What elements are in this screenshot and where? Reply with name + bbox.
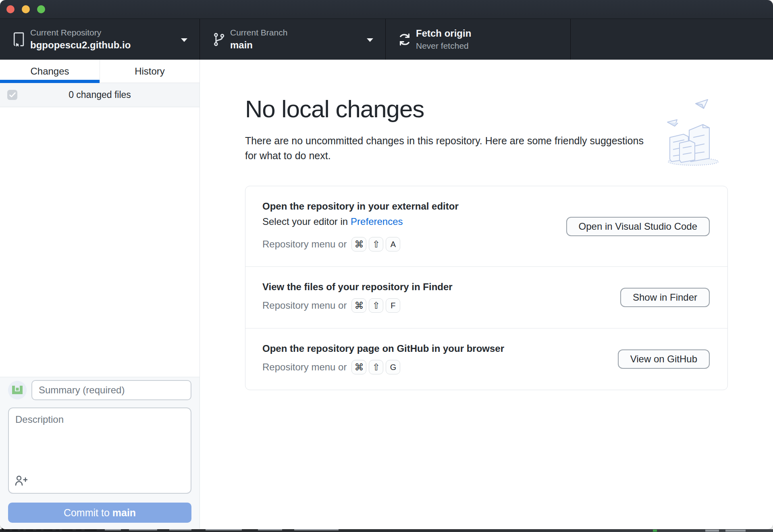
view-on-github-button[interactable]: View on GitHub [618, 349, 710, 369]
show-in-finder-button[interactable]: Show in Finder [620, 288, 710, 307]
git-branch-icon [211, 31, 227, 48]
screenshot-root: Current Repository bgpopescu2.github.io [0, 0, 773, 532]
open-in-vscode-button[interactable]: Open in Visual Studio Code [566, 217, 710, 236]
suggestion-title: Open the repository in your external edi… [262, 201, 710, 212]
sidebar-tabs: Changes History [0, 60, 199, 83]
repo-label: Current Repository [30, 27, 131, 38]
shift-key-icon: ⇧ [369, 298, 383, 313]
repo-name: bgpopescu2.github.io [30, 39, 131, 51]
command-key-icon: ⌘ [351, 237, 366, 251]
titlebar [0, 0, 773, 19]
page-subtitle: There are no uncommitted changes in this… [245, 133, 656, 163]
letter-key: A [386, 237, 400, 251]
toolbar: Current Repository bgpopescu2.github.io [0, 19, 773, 60]
fetch-origin-button[interactable]: Fetch origin Never fetched [386, 19, 571, 60]
shift-key-icon: ⇧ [369, 360, 383, 374]
app-body: Changes History 0 changed files [0, 60, 773, 529]
select-all-checkbox[interactable] [7, 90, 17, 100]
toolbar-spacer [571, 19, 773, 60]
suggestion-row-external-editor: Open the repository in your external edi… [245, 186, 727, 266]
suggestions-card: Open the repository in your external edi… [245, 186, 728, 390]
branch-text: Current Branch main [230, 27, 287, 51]
commit-form: Commit to main [0, 377, 199, 529]
avatar [8, 381, 27, 399]
chevron-down-icon [181, 38, 187, 42]
add-coauthor-icon[interactable] [15, 474, 27, 488]
repo-icon [11, 31, 27, 48]
changed-files-header: 0 changed files [0, 83, 199, 107]
branch-name: main [230, 39, 287, 51]
letter-key: G [386, 360, 400, 374]
summary-input[interactable] [31, 380, 191, 400]
current-branch-dropdown[interactable]: Current Branch main [200, 19, 386, 60]
branch-label: Current Branch [230, 27, 287, 38]
chevron-down-icon [367, 38, 373, 42]
commit-summary-row [8, 380, 191, 400]
suggestion-row-finder: View the files of your repository in Fin… [245, 266, 727, 328]
description-input[interactable] [9, 408, 191, 473]
sync-icon [397, 32, 413, 47]
close-window-button[interactable] [6, 5, 15, 13]
shortcut-hint: Repository menu or ⌘ ⇧ A [262, 237, 710, 251]
fetch-subtitle: Never fetched [416, 41, 471, 51]
shift-key-icon: ⇧ [369, 237, 383, 251]
repo-text: Current Repository bgpopescu2.github.io [30, 27, 131, 51]
command-key-icon: ⌘ [351, 360, 366, 374]
changed-files-list [0, 107, 199, 377]
commit-branch-name: main [112, 507, 136, 518]
github-desktop-window: Current Repository bgpopescu2.github.io [0, 0, 773, 529]
command-key-icon: ⌘ [351, 298, 366, 313]
changed-files-count: 0 changed files [69, 89, 131, 100]
preferences-link[interactable]: Preferences [351, 216, 403, 227]
letter-key: F [386, 298, 400, 313]
zoom-window-button[interactable] [37, 5, 45, 13]
commit-button[interactable]: Commit to main [8, 503, 191, 523]
no-local-changes-panel: No local changes There are no uncommitte… [200, 60, 773, 529]
fetch-text: Fetch origin Never fetched [416, 27, 471, 51]
tab-changes[interactable]: Changes [0, 60, 100, 83]
paper-stack-illustration [664, 99, 725, 167]
suggestion-row-github: Open the repository page on GitHub in yo… [245, 328, 727, 390]
description-box [8, 407, 191, 494]
sidebar: Changes History 0 changed files [0, 60, 200, 529]
current-repository-dropdown[interactable]: Current Repository bgpopescu2.github.io [0, 19, 200, 60]
tab-history[interactable]: History [100, 60, 199, 83]
minimize-window-button[interactable] [22, 5, 30, 13]
fetch-title: Fetch origin [416, 27, 471, 39]
